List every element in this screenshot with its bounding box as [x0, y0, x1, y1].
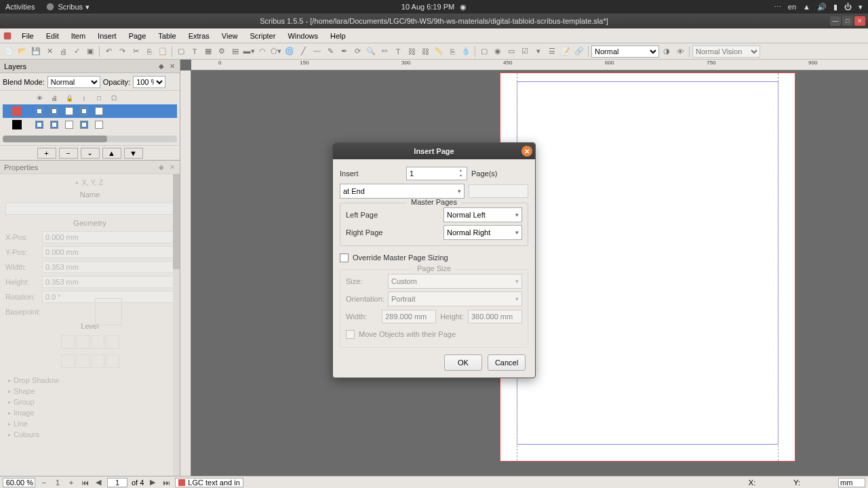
position-page-input [469, 184, 528, 198]
left-page-select[interactable]: Normal Left [443, 207, 522, 222]
insert-count-input[interactable]: ▴▾ [406, 167, 467, 180]
ok-button[interactable]: OK [444, 354, 482, 371]
page-width-input [382, 310, 436, 323]
dialog-close-button[interactable]: ✕ [521, 146, 532, 157]
dialog-overlay: Insert Page ✕ Insert ▴▾ Page(s) at End M… [0, 0, 868, 488]
orientation-label: Orientation: [346, 295, 384, 303]
spinner-up-icon[interactable]: ▴ [457, 168, 464, 174]
page-width-label: Width: [346, 312, 378, 321]
insert-page-dialog: Insert Page ✕ Insert ▴▾ Page(s) at End M… [332, 142, 536, 378]
size-label: Size: [346, 277, 384, 285]
size-select: Custom [388, 274, 522, 289]
left-page-label: Left Page [346, 211, 439, 219]
pages-label: Page(s) [471, 169, 498, 178]
move-objects-checkbox [346, 330, 355, 339]
override-label: Override Master Page Sizing [353, 253, 448, 262]
move-objects-label: Move Objects with their Page [359, 330, 456, 338]
right-page-select[interactable]: Normal Right [443, 225, 522, 240]
spinner-down-icon[interactable]: ▾ [457, 174, 464, 179]
orientation-select: Portrait [388, 291, 522, 306]
page-height-input [468, 310, 522, 323]
page-size-title: Page Size [413, 264, 455, 272]
insert-label: Insert [340, 169, 402, 178]
insert-position-select[interactable]: at End [340, 184, 465, 199]
master-pages-title: Master Pages [407, 198, 461, 206]
page-height-label: Height: [440, 312, 464, 321]
override-checkbox[interactable] [340, 253, 349, 262]
right-page-label: Right Page [346, 228, 439, 237]
dialog-title-bar[interactable]: Insert Page ✕ [333, 143, 535, 159]
cancel-button[interactable]: Cancel [488, 354, 526, 371]
